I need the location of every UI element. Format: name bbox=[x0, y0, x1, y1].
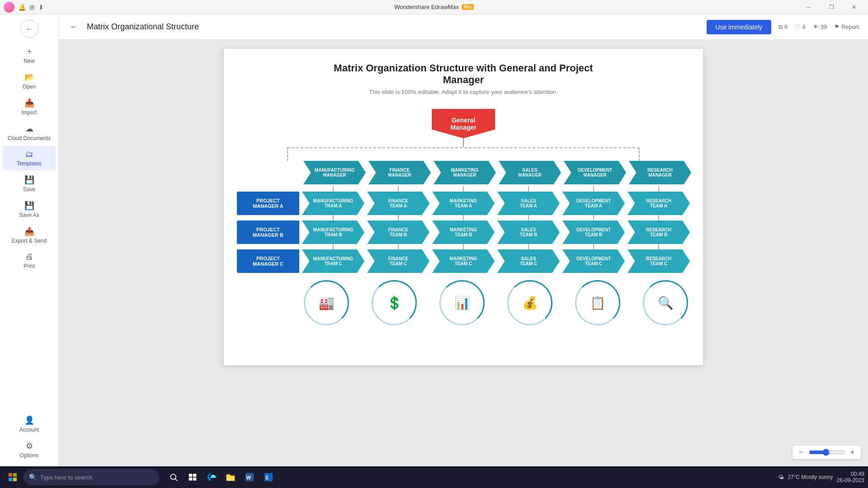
team-res-a: RESEARCHTEAM A bbox=[627, 192, 690, 215]
org-chart: GeneralManager MANUFACTURINGMANAGER FINA… bbox=[242, 109, 685, 325]
taskbar-app-explorer[interactable] bbox=[222, 468, 240, 486]
zoom-controls: − + bbox=[793, 446, 861, 459]
topbar-back-button[interactable]: ← bbox=[68, 20, 80, 33]
sidebar: ← ＋ New 📂 Open 📥 Import ☁ Cloud Document… bbox=[0, 14, 59, 466]
icons-row: 🏭 💲 📊 💰 📋 🔍 bbox=[239, 280, 688, 325]
sidebar-item-label: Save As bbox=[19, 212, 39, 218]
close-button[interactable]: ✕ bbox=[844, 0, 864, 14]
svg-line-5 bbox=[175, 479, 177, 481]
team-mkt-c: MARKETINGTEAM C bbox=[432, 249, 495, 273]
taskbar-app-taskview[interactable] bbox=[184, 468, 202, 486]
team-mfg-a: MANUFACTURINGTRAM A bbox=[302, 192, 364, 215]
sidebar-item-label: Print bbox=[24, 263, 35, 269]
taskbar-app-edge[interactable] bbox=[203, 468, 221, 486]
team-sales-c: SALESTEAM C bbox=[497, 249, 560, 273]
taskbar-app-edraw[interactable]: E bbox=[259, 468, 278, 486]
options-icon: ⚙ bbox=[26, 441, 33, 451]
pro-badge: Pro bbox=[462, 4, 474, 10]
sidebar-item-new[interactable]: ＋ New bbox=[3, 42, 56, 68]
print-icon: 🖨 bbox=[25, 252, 33, 262]
taskbar-app-word[interactable]: W bbox=[241, 468, 259, 486]
grid-icon[interactable]: ⊞ bbox=[29, 4, 35, 11]
gm-label: GeneralManager bbox=[450, 117, 476, 131]
sidebar-item-save[interactable]: 💾 Save bbox=[3, 171, 56, 196]
titlebar-left: 🔔 ⊞ ⬇ bbox=[4, 2, 47, 13]
sidebar-item-import[interactable]: 📥 Import bbox=[3, 94, 56, 119]
top-section: GeneralManager bbox=[287, 109, 640, 161]
sidebar-item-print[interactable]: 🖨 Print bbox=[3, 249, 56, 273]
sidebar-item-label: Import bbox=[21, 109, 37, 116]
restore-button[interactable]: ❐ bbox=[821, 0, 842, 14]
grid-row-c: PROJECTMANAGER C MANUFACTURINGTRAM C FIN… bbox=[237, 249, 690, 273]
svg-rect-9 bbox=[193, 478, 197, 481]
sidebar-item-open[interactable]: 📂 Open bbox=[3, 69, 56, 94]
taskbar-right: 🌤 27°C Mostly sunny 00:49 26-09-2023 bbox=[778, 471, 864, 483]
general-manager-box: GeneralManager bbox=[432, 109, 495, 138]
likes-stat: ♡ 4 bbox=[795, 23, 805, 30]
templates-icon: 🗂 bbox=[25, 150, 33, 159]
svg-text:W: W bbox=[246, 475, 251, 480]
sidebar-item-templates[interactable]: 🗂 Templates bbox=[3, 146, 56, 170]
zoom-out-button[interactable]: − bbox=[797, 447, 805, 457]
sidebar-item-label: Account bbox=[19, 427, 39, 433]
likes-count: 4 bbox=[802, 23, 805, 30]
taskbar-app-search[interactable] bbox=[165, 468, 183, 486]
views-stat: 👁 39 bbox=[813, 23, 827, 30]
team-mfg-c: MANUFACTURINGTRAM C bbox=[302, 249, 364, 273]
download-icon[interactable]: ⬇ bbox=[38, 4, 44, 11]
report-label: Report bbox=[841, 23, 859, 30]
diagram-container: Matrix Organization Structure with Gener… bbox=[224, 49, 703, 365]
sidebar-item-options[interactable]: ⚙ Options bbox=[3, 437, 56, 462]
icon-1: 🏭 bbox=[304, 280, 349, 325]
cloud-icon: ☁ bbox=[25, 124, 33, 134]
vert-connectors-a bbox=[237, 186, 690, 192]
sidebar-item-cloud[interactable]: ☁ Cloud Documents bbox=[3, 120, 56, 145]
start-button[interactable] bbox=[4, 468, 22, 486]
weather-text: 27°C Mostly sunny bbox=[788, 474, 833, 480]
dashed-connector bbox=[287, 147, 640, 161]
sidebar-item-export[interactable]: 📤 Export & Send bbox=[3, 223, 56, 248]
vert-connectors-b bbox=[237, 215, 690, 221]
sidebar-item-label: Export & Send bbox=[12, 238, 47, 244]
diagram-subtitle: This slide is 100% editable. Adapt it to… bbox=[242, 89, 685, 95]
export-icon: 📤 bbox=[24, 226, 34, 236]
zoom-in-button[interactable]: + bbox=[849, 447, 856, 457]
svg-rect-3 bbox=[13, 478, 17, 481]
dept-finance: FINANCEMANAGER bbox=[368, 161, 431, 184]
sidebar-item-account[interactable]: 👤 Account bbox=[3, 412, 56, 436]
taskbar-search[interactable]: 🔍 Type here to search bbox=[24, 469, 159, 485]
saveas-icon: 💾 bbox=[24, 201, 34, 211]
pm-c-box: PROJECTMANAGER C bbox=[237, 249, 299, 273]
topbar: ← Matrix Organizational Structure Use im… bbox=[59, 14, 868, 40]
back-button[interactable]: ← bbox=[20, 20, 38, 38]
svg-rect-7 bbox=[193, 474, 197, 477]
titlebar: 🔔 ⊞ ⬇ Wondershare EdrawMax Pro ─ ❐ ✕ bbox=[0, 0, 868, 14]
search-icon: 🔍 bbox=[29, 474, 37, 481]
open-icon: 📂 bbox=[24, 72, 34, 82]
team-mfg-b: MANUFACTURINGTRAM B bbox=[302, 221, 364, 244]
sidebar-item-label: Save bbox=[23, 186, 35, 192]
canvas-area: Matrix Organization Structure with Gener… bbox=[59, 40, 868, 466]
use-immediately-button[interactable]: Use immediately bbox=[707, 20, 771, 34]
copies-count: 6 bbox=[784, 23, 788, 30]
bell-icon[interactable]: 🔔 bbox=[18, 4, 26, 11]
copy-icon: ⧉ bbox=[778, 23, 783, 31]
svg-rect-6 bbox=[189, 474, 193, 477]
pm-b-box: PROJECTMANAGER B bbox=[237, 221, 299, 244]
sidebar-item-saveas[interactable]: 💾 Save As bbox=[3, 197, 56, 222]
dept-sales: SALESMANAGER bbox=[499, 161, 561, 184]
team-res-b: RESEARCHTEAM B bbox=[627, 221, 690, 244]
weather-icon: 🌤 bbox=[778, 474, 784, 480]
sidebar-item-label: Templates bbox=[17, 160, 42, 167]
report-link[interactable]: ⚑ Report bbox=[834, 23, 859, 30]
spacer-left bbox=[236, 161, 301, 184]
minimize-button[interactable]: ─ bbox=[798, 0, 819, 14]
icon-5: 📋 bbox=[575, 280, 620, 325]
titlebar-controls: ─ ❐ ✕ bbox=[798, 0, 864, 14]
svg-rect-1 bbox=[13, 473, 17, 477]
svg-rect-2 bbox=[9, 478, 12, 481]
svg-rect-8 bbox=[189, 478, 193, 481]
import-icon: 📥 bbox=[24, 98, 34, 108]
zoom-slider[interactable] bbox=[809, 449, 845, 456]
vert-connectors-c bbox=[237, 244, 690, 249]
